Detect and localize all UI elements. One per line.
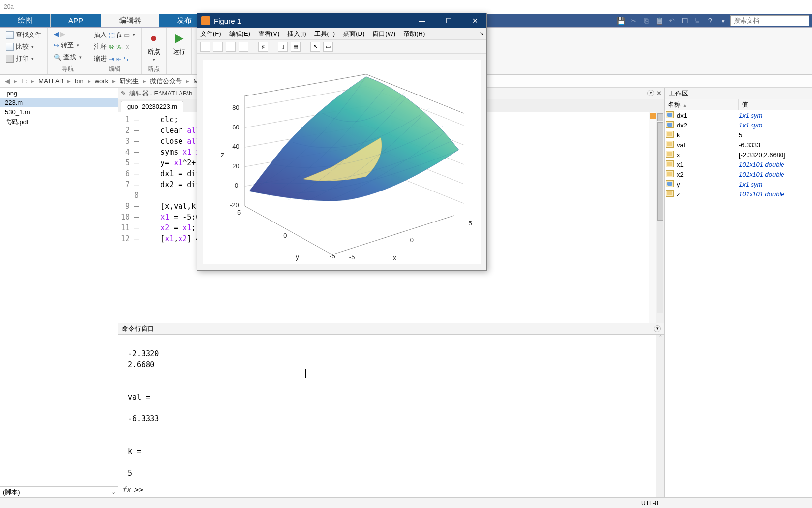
run-label: 运行 <box>173 47 185 56</box>
rotate-icon[interactable]: ▯ <box>278 42 288 52</box>
search-docs-input[interactable] <box>730 15 809 26</box>
nav-back-button[interactable]: ◀▶ <box>52 30 84 39</box>
figure-axes[interactable]: z x y -20 0 20 40 60 80 -5 0 5 -5 0 5 <box>203 60 481 264</box>
chevron-down-icon: ⌵ <box>112 489 115 495</box>
close-icon[interactable]: ✕ <box>468 17 482 25</box>
dropdown-icon[interactable]: ▾ <box>647 90 654 96</box>
file-item[interactable]: 530_1.m <box>0 107 118 117</box>
menu-view[interactable]: 查看(V) <box>258 30 279 38</box>
svg-text:-20: -20 <box>230 201 239 209</box>
new-icon[interactable] <box>200 42 210 52</box>
link-icon[interactable]: ⎘ <box>258 42 268 52</box>
status-bar: UTF-8 <box>0 497 812 508</box>
menu-help[interactable]: 帮助(H) <box>403 30 425 38</box>
file-item[interactable]: 弋码.pdf <box>0 117 118 127</box>
workspace-rows: dx11x1 symdx21x1 symk5val-6.3333x[-2.332… <box>665 110 812 497</box>
maximize-icon[interactable]: ☐ <box>441 17 456 25</box>
editor-tab[interactable]: guo_20230223.m <box>121 101 183 112</box>
group-label-break: 断点 <box>146 65 162 73</box>
matlab-icon <box>201 16 210 25</box>
menu-insert[interactable]: 插入(I) <box>287 30 306 38</box>
save-icon[interactable] <box>226 42 236 52</box>
comment-button[interactable]: 注释 % ‰ ⚹ <box>92 41 137 52</box>
menu-window[interactable]: 窗口(W) <box>372 30 395 38</box>
minimize-icon[interactable]: — <box>415 17 429 25</box>
open-icon[interactable] <box>213 42 223 52</box>
tab-editor[interactable]: 编辑器 <box>101 14 159 27</box>
goto-button[interactable]: ↪转至▾ <box>52 40 84 51</box>
undo-icon[interactable]: ↶ <box>666 15 677 26</box>
group-label-nav: 导航 <box>52 65 84 73</box>
print-icon[interactable] <box>239 42 248 52</box>
colorbar-icon[interactable]: ▤ <box>291 42 301 52</box>
col-name[interactable]: 名称 ▲ <box>665 99 739 110</box>
svg-text:20: 20 <box>232 162 239 170</box>
breakpoint-icon[interactable]: ● <box>146 30 162 46</box>
indent-button[interactable]: 缩进 ⇥ ⇤ ⇆ <box>92 53 137 64</box>
command-scrollbar[interactable]: ⌃ <box>656 335 664 497</box>
workspace-var[interactable]: x1101x101 double <box>665 159 812 169</box>
svg-text:5: 5 <box>469 220 472 227</box>
workspace-var[interactable]: y1x1 sym <box>665 179 812 189</box>
menu-tools[interactable]: 工具(T) <box>314 30 335 38</box>
pointer-icon[interactable]: ↖ <box>310 42 320 52</box>
menu-file[interactable]: 文件(F) <box>200 30 221 38</box>
encoding-indicator[interactable]: UTF-8 <box>635 500 664 507</box>
close-icon[interactable]: ✕ <box>656 90 662 97</box>
svg-line-1 <box>244 206 332 254</box>
title-suffix: 20a <box>4 3 14 10</box>
col-value[interactable]: 值 <box>739 99 812 110</box>
figure-menubar: 文件(F) 编辑(E) 查看(V) 插入(I) 工具(T) 桌面(D) 窗口(W… <box>197 28 486 40</box>
menu-desktop[interactable]: 桌面(D) <box>343 30 364 38</box>
menu-more-icon[interactable]: ↘ <box>480 31 483 36</box>
svg-text:0: 0 <box>235 182 238 189</box>
workspace-var[interactable]: x[-2.3320;2.6680] <box>665 150 812 159</box>
file-item[interactable]: 223.m <box>0 98 118 107</box>
dropdown-icon[interactable]: ▾ <box>654 325 661 332</box>
dropdown-icon[interactable]: ▾ <box>718 15 728 26</box>
workspace-var[interactable]: dx11x1 sym <box>665 110 812 120</box>
figure-titlebar[interactable]: Figure 1 — ☐ ✕ <box>197 13 486 28</box>
insert-button[interactable]: 插入 ⬚ fx ▭▾ <box>92 30 137 40</box>
find-file-button[interactable]: 查找文件 <box>4 30 43 40</box>
print-icon[interactable]: 🖶 <box>692 15 703 26</box>
find-button[interactable]: 🔍查找▾ <box>52 52 84 63</box>
print-button[interactable]: 打印▾ <box>4 53 43 64</box>
file-list: .png 223.m 530_1.m 弋码.pdf <box>0 88 118 486</box>
run-icon[interactable]: ▶ <box>171 30 187 46</box>
warning-marker <box>650 113 656 119</box>
figure-toolbar: ⎘ ▯ ▤ ↖ ▭ <box>197 40 486 54</box>
workspace-panel: 工作区 名称 ▲ 值 dx11x1 symdx21x1 symk5val-6.3… <box>664 88 812 497</box>
workspace-var[interactable]: x2101x101 double <box>665 169 812 179</box>
bc-back-icon[interactable]: ◀ <box>5 77 10 85</box>
text-cursor <box>305 369 306 378</box>
figure-window[interactable]: Figure 1 — ☐ ✕ 文件(F) 编辑(E) 查看(V) 插入(I) 工… <box>197 13 487 271</box>
command-window[interactable]: -2.3320 2.6680val = -6.3333k = 5 fx >> ⌃ <box>118 335 664 497</box>
svg-text:5: 5 <box>237 209 241 216</box>
save-icon[interactable]: 💾 <box>615 15 626 26</box>
workspace-var[interactable]: k5 <box>665 130 812 140</box>
menu-edit[interactable]: 编辑(E) <box>229 30 250 38</box>
fx-icon[interactable]: fx <box>122 485 131 494</box>
workspace-var[interactable]: dx21x1 sym <box>665 120 812 130</box>
paste-icon[interactable]: 📋 <box>654 15 664 26</box>
workspace-var[interactable]: z101x101 double <box>665 189 812 199</box>
workspace-var[interactable]: val-6.3333 <box>665 140 812 150</box>
help-icon[interactable]: ? <box>705 15 716 26</box>
cut-icon[interactable]: ✂ <box>628 15 639 26</box>
workspace-header: 工作区 <box>665 88 812 99</box>
switch-icon[interactable]: ☐ <box>679 15 690 26</box>
copy-icon[interactable]: ⎘ <box>641 15 652 26</box>
svg-text:-5: -5 <box>349 254 355 261</box>
app-titlebar: 20a <box>0 0 812 14</box>
tab-plot[interactable]: 绘图 <box>0 14 51 27</box>
compare-button[interactable]: 比较▾ <box>4 41 43 52</box>
svg-text:60: 60 <box>232 124 239 131</box>
file-item[interactable]: .png <box>0 89 118 98</box>
edit-icon: ✎ <box>121 90 126 97</box>
editor-scrollbar[interactable] <box>656 112 664 323</box>
script-type-bar[interactable]: (脚本) ⌵ <box>0 486 118 497</box>
svg-text:40: 40 <box>232 143 239 150</box>
datatip-icon[interactable]: ▭ <box>323 42 333 52</box>
tab-app[interactable]: APP <box>51 14 101 27</box>
